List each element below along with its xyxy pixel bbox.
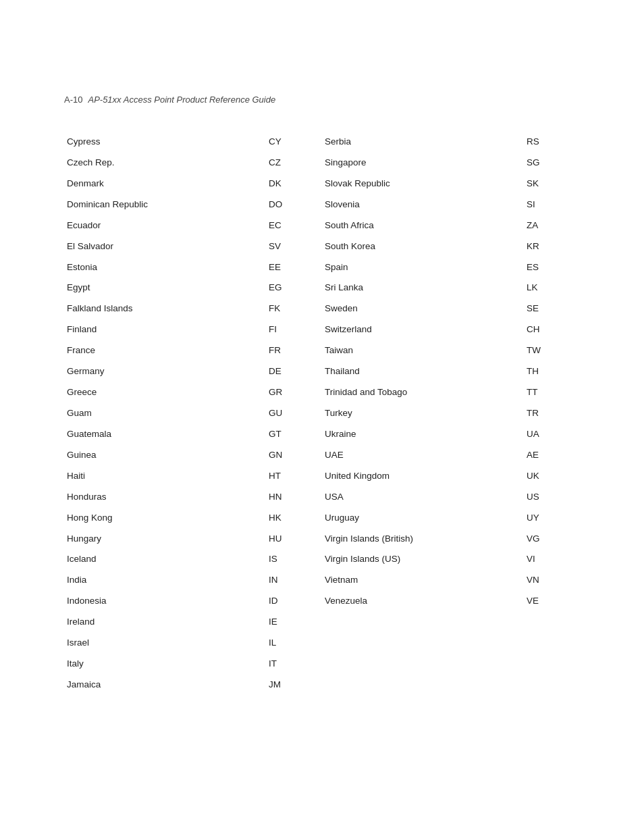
- country-name: South Africa: [322, 215, 524, 236]
- country-code: IE: [266, 612, 322, 633]
- country-name: Spain: [322, 257, 524, 278]
- country-name: Finland: [64, 319, 266, 340]
- table-row: Taiwan TW: [322, 340, 580, 361]
- table-row: Finland FI: [64, 319, 322, 340]
- table-row: Slovenia SI: [322, 194, 580, 215]
- page-number: A-10: [64, 95, 82, 105]
- country-code: SV: [266, 236, 322, 257]
- country-code: LK: [524, 278, 580, 298]
- country-name: South Korea: [322, 236, 524, 257]
- table-row: Greece GR: [64, 382, 322, 403]
- country-name: UAE: [322, 445, 524, 466]
- table-row: Israel IL: [64, 633, 322, 654]
- country-name: Slovak Republic: [322, 174, 524, 194]
- table-row: Thailand TH: [322, 361, 580, 382]
- table-row: Egypt EG: [64, 278, 322, 298]
- country-code: TW: [524, 340, 580, 361]
- country-code: KR: [524, 236, 580, 257]
- country-name: Cypress: [64, 132, 266, 153]
- country-code: TT: [524, 382, 580, 403]
- table-row: Uruguay UY: [322, 508, 580, 529]
- country-code: SG: [524, 153, 580, 174]
- table-row: South Africa ZA: [322, 215, 580, 236]
- country-code: VE: [524, 591, 580, 612]
- country-code: IS: [266, 549, 322, 570]
- left-column: Cypress CY Czech Rep. CZ Denmark DK Domi…: [64, 132, 322, 696]
- country-name: Singapore: [322, 153, 524, 174]
- country-name: Uruguay: [322, 508, 524, 529]
- table-row: Guinea GN: [64, 445, 322, 466]
- country-code: FI: [266, 319, 322, 340]
- country-name: Trinidad and Tobago: [322, 382, 524, 403]
- country-name: Ireland: [64, 612, 266, 633]
- country-name: Guatemala: [64, 424, 266, 445]
- table-row: Singapore SG: [322, 153, 580, 174]
- table-row: Virgin Islands (US) VI: [322, 549, 580, 570]
- table-row: Ecuador EC: [64, 215, 322, 236]
- table-row: Estonia EE: [64, 257, 322, 278]
- country-name: Sweden: [322, 298, 524, 319]
- country-name: Switzerland: [322, 319, 524, 340]
- table-row: Dominican Republic DO: [64, 194, 322, 215]
- table-row: Iceland IS: [64, 549, 322, 570]
- table-row: Virgin Islands (British) VG: [322, 529, 580, 550]
- country-code: EG: [266, 278, 322, 298]
- table-row: Cypress CY: [64, 132, 322, 153]
- country-code: DK: [266, 174, 322, 194]
- table-row: Jamaica JM: [64, 675, 322, 696]
- country-code: UY: [524, 508, 580, 529]
- country-code: GU: [266, 403, 322, 424]
- country-name: Estonia: [64, 257, 266, 278]
- country-name: Czech Rep.: [64, 153, 266, 174]
- country-code: VG: [524, 529, 580, 550]
- country-name: Honduras: [64, 487, 266, 508]
- table-row: UAE AE: [322, 445, 580, 466]
- country-code: ES: [524, 257, 580, 278]
- country-name: Hungary: [64, 529, 266, 550]
- table-row: Honduras HN: [64, 487, 322, 508]
- table-row: Spain ES: [322, 257, 580, 278]
- country-name: Haiti: [64, 466, 266, 487]
- country-code: SI: [524, 194, 580, 215]
- country-code: HN: [266, 487, 322, 508]
- country-name: Ukraine: [322, 424, 524, 445]
- country-code: UA: [524, 424, 580, 445]
- country-code: HU: [266, 529, 322, 550]
- country-code: FR: [266, 340, 322, 361]
- country-code: GT: [266, 424, 322, 445]
- country-name: Italy: [64, 654, 266, 675]
- table-row: Switzerland CH: [322, 319, 580, 340]
- country-name: Ecuador: [64, 215, 266, 236]
- country-code: GN: [266, 445, 322, 466]
- country-code: AE: [524, 445, 580, 466]
- country-code: HT: [266, 466, 322, 487]
- country-code: EE: [266, 257, 322, 278]
- table-row: Vietnam VN: [322, 570, 580, 591]
- country-name: Thailand: [322, 361, 524, 382]
- country-name: Taiwan: [322, 340, 524, 361]
- country-name: Egypt: [64, 278, 266, 298]
- table-row: Ireland IE: [64, 612, 322, 633]
- country-code: UK: [524, 466, 580, 487]
- country-code: VN: [524, 570, 580, 591]
- country-name: Hong Kong: [64, 508, 266, 529]
- country-name: Greece: [64, 382, 266, 403]
- table-row: Hong Kong HK: [64, 508, 322, 529]
- country-code: GR: [266, 382, 322, 403]
- table-row: Sweden SE: [322, 298, 580, 319]
- table-row: Guatemala GT: [64, 424, 322, 445]
- country-code: CY: [266, 132, 322, 153]
- country-name: France: [64, 340, 266, 361]
- country-code: US: [524, 487, 580, 508]
- table-row: Falkland Islands FK: [64, 298, 322, 319]
- table-row: Germany DE: [64, 361, 322, 382]
- country-name: United Kingdom: [322, 466, 524, 487]
- country-code: SE: [524, 298, 580, 319]
- table-row: Denmark DK: [64, 174, 322, 194]
- country-name: USA: [322, 487, 524, 508]
- country-code: ZA: [524, 215, 580, 236]
- country-code: EC: [266, 215, 322, 236]
- page: A-10 AP-51xx Access Point Product Refere…: [0, 0, 644, 834]
- table-row: India IN: [64, 570, 322, 591]
- country-code: TR: [524, 403, 580, 424]
